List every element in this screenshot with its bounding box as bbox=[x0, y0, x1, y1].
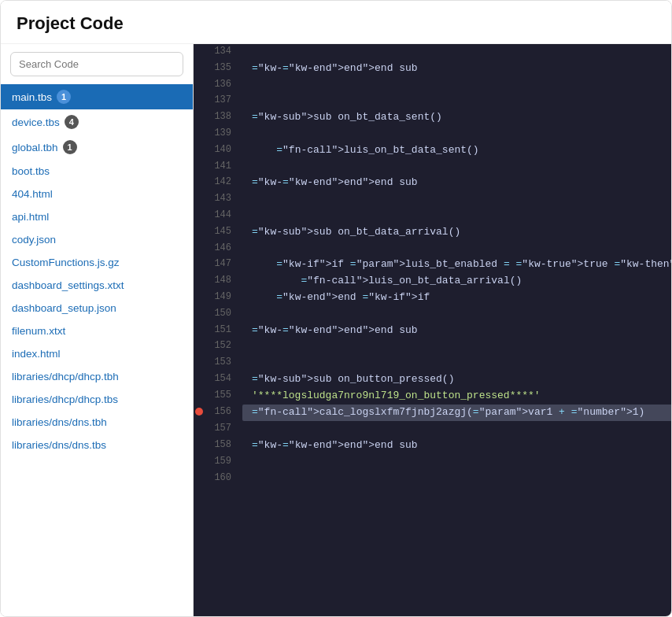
main-content: main.tbs1device.tbs4global.tbh1boot.tbs4… bbox=[1, 44, 671, 616]
breakpoint-col bbox=[194, 224, 205, 241]
code-row: 145="kw-sub">sub on_bt_data_arrival() bbox=[194, 224, 671, 241]
file-item[interactable]: CustomFunctions.js.gz bbox=[1, 251, 193, 274]
file-item[interactable]: main.tbs1 bbox=[1, 84, 193, 109]
line-number: 158 bbox=[205, 438, 242, 454]
code-row: 147 ="kw-if">if ="param">luis_bt_enabled… bbox=[194, 257, 671, 273]
breakpoint-col bbox=[194, 175, 205, 191]
file-item[interactable]: global.tbh1 bbox=[1, 135, 193, 160]
breakpoint-col bbox=[194, 323, 205, 339]
line-code bbox=[242, 306, 671, 323]
file-name: libraries/dns/dns.tbs bbox=[12, 439, 106, 451]
line-number: 157 bbox=[205, 421, 242, 438]
breakpoint-col bbox=[194, 93, 205, 109]
breakpoint-col bbox=[194, 290, 205, 306]
breakpoint-col bbox=[194, 454, 205, 471]
code-row: 151="kw-="kw-end">end">end sub bbox=[194, 323, 671, 339]
code-panel[interactable]: 134 135="kw-="kw-end">end">end sub136 13… bbox=[194, 44, 671, 616]
file-name: dashboard_settings.xtxt bbox=[12, 279, 124, 291]
line-number: 152 bbox=[205, 338, 242, 355]
line-code bbox=[242, 44, 671, 61]
line-code: ="kw-end">end ="kw-if">if bbox=[242, 290, 671, 306]
search-input[interactable] bbox=[10, 52, 183, 76]
page-title: Project Code bbox=[17, 13, 124, 33]
code-table: 134 135="kw-="kw-end">end">end sub136 13… bbox=[194, 44, 671, 487]
breakpoint-col bbox=[194, 405, 205, 422]
line-code bbox=[242, 471, 671, 487]
line-code bbox=[242, 126, 671, 142]
line-number: 150 bbox=[205, 306, 242, 323]
file-name: global.tbh bbox=[12, 142, 58, 153]
line-code bbox=[242, 191, 671, 208]
breakpoint-col bbox=[194, 355, 205, 371]
sidebar: main.tbs1device.tbs4global.tbh1boot.tbs4… bbox=[1, 44, 194, 616]
line-number: 145 bbox=[205, 224, 242, 241]
line-number: 142 bbox=[205, 175, 242, 191]
line-code: ="kw-sub">sub on_button_pressed() bbox=[242, 371, 671, 388]
file-item[interactable]: api.html bbox=[1, 205, 193, 228]
file-badge: 1 bbox=[63, 140, 77, 154]
file-name: libraries/dhcp/dhcp.tbs bbox=[12, 393, 118, 405]
code-row: 140 ="fn-call">luis_on_bt_data_sent() bbox=[194, 142, 671, 159]
file-item[interactable]: dashboard_setup.json bbox=[1, 297, 193, 320]
file-item[interactable]: cody.json bbox=[1, 228, 193, 251]
line-code bbox=[242, 355, 671, 371]
code-row: 159 bbox=[194, 454, 671, 471]
file-name: device.tbs bbox=[12, 116, 60, 128]
code-row: 150 bbox=[194, 306, 671, 323]
file-item[interactable]: index.html bbox=[1, 342, 193, 365]
line-number: 154 bbox=[205, 371, 242, 388]
code-row: 146 bbox=[194, 241, 671, 257]
line-code bbox=[242, 241, 671, 257]
file-item[interactable]: dashboard_settings.xtxt bbox=[1, 274, 193, 297]
breakpoint-col bbox=[194, 208, 205, 224]
file-name: dashboard_setup.json bbox=[12, 302, 116, 314]
search-container bbox=[1, 44, 193, 84]
line-code: ="kw-="kw-end">end">end sub bbox=[242, 323, 671, 339]
code-row: 157 bbox=[194, 421, 671, 438]
code-row: 136 bbox=[194, 77, 671, 94]
line-code bbox=[242, 77, 671, 94]
line-number: 148 bbox=[205, 273, 242, 290]
line-code bbox=[242, 454, 671, 471]
breakpoint-col bbox=[194, 338, 205, 355]
file-name: CustomFunctions.js.gz bbox=[12, 257, 120, 268]
breakpoint-col bbox=[194, 142, 205, 159]
code-row: 154="kw-sub">sub on_button_pressed() bbox=[194, 371, 671, 388]
file-item[interactable]: libraries/dhcp/dhcp.tbs bbox=[1, 388, 193, 411]
code-row: 160 bbox=[194, 471, 671, 487]
code-row: 143 bbox=[194, 191, 671, 208]
line-code: ="kw-="kw-end">end">end sub bbox=[242, 438, 671, 454]
file-item[interactable]: device.tbs4 bbox=[1, 109, 193, 135]
file-item[interactable]: libraries/dns/dns.tbs bbox=[1, 434, 193, 456]
file-item[interactable]: libraries/dhcp/dhcp.tbh bbox=[1, 365, 193, 388]
code-row: 135="kw-="kw-end">end">end sub bbox=[194, 61, 671, 77]
line-number: 140 bbox=[205, 142, 242, 159]
code-row: 152 bbox=[194, 338, 671, 355]
line-code: ="kw-="kw-end">end">end sub bbox=[242, 175, 671, 191]
file-name: cody.json bbox=[12, 234, 56, 246]
code-row: 137 bbox=[194, 93, 671, 109]
file-item[interactable]: libraries/dns/dns.tbh bbox=[1, 411, 193, 434]
breakpoint-col bbox=[194, 471, 205, 487]
code-row: 139 bbox=[194, 126, 671, 142]
line-number: 159 bbox=[205, 454, 242, 471]
code-row: 144 bbox=[194, 208, 671, 224]
page-container: Project Code main.tbs1device.tbs4global.… bbox=[0, 0, 672, 617]
file-name: main.tbs bbox=[12, 91, 52, 103]
breakpoint-col bbox=[194, 388, 205, 405]
file-item[interactable]: 404.html bbox=[1, 183, 193, 205]
line-code: ="kw-if">if ="param">luis_bt_enabled = =… bbox=[242, 257, 671, 273]
line-number: 137 bbox=[205, 93, 242, 109]
file-name: filenum.xtxt bbox=[12, 325, 65, 337]
breakpoint-col bbox=[194, 306, 205, 323]
breakpoint-col bbox=[194, 257, 205, 273]
line-number: 141 bbox=[205, 159, 242, 175]
file-item[interactable]: boot.tbs bbox=[1, 160, 193, 183]
line-number: 144 bbox=[205, 208, 242, 224]
line-number: 153 bbox=[205, 355, 242, 371]
breakpoint-col bbox=[194, 159, 205, 175]
file-item[interactable]: filenum.xtxt bbox=[1, 320, 193, 342]
code-row: 158="kw-="kw-end">end">end sub bbox=[194, 438, 671, 454]
line-code: ="fn-call">luis_on_bt_data_sent() bbox=[242, 142, 671, 159]
code-row: 138="kw-sub">sub on_bt_data_sent() bbox=[194, 109, 671, 126]
